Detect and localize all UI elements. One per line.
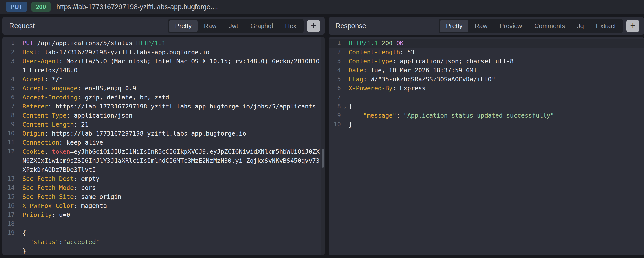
line-number: 6 [2, 93, 15, 102]
plus-icon: + [311, 21, 316, 30]
line-number: 2 [328, 48, 341, 57]
fold-gutter [15, 246, 22, 255]
line-number: 4 [2, 75, 15, 84]
code-line: 13Sec-Fetch-Dest: empty [2, 174, 325, 183]
line-number: 5 [328, 75, 341, 84]
code-text: Referer: https://lab-1773167297198-yzift… [22, 102, 316, 111]
tab-jwt[interactable]: Jwt [222, 20, 244, 32]
line-number: 14 [2, 183, 15, 192]
fold-gutter [15, 237, 22, 246]
line-number [2, 66, 15, 75]
plus-icon: + [630, 21, 636, 30]
code-text: { [22, 228, 26, 237]
response-editor[interactable]: 1HTTP/1.1 200 OK2Content-Length: 533Cont… [328, 37, 644, 255]
code-line: 5Etag: W/"35-okzhqSRaZSSz30SaA0CvDa/iLt0… [328, 75, 644, 84]
response-code-lines: 1HTTP/1.1 200 OK2Content-Length: 533Cont… [328, 39, 644, 129]
tab-comments[interactable]: Comments [528, 20, 571, 32]
code-text: N0ZXIxIiwicm9sZSI6InJlY3J1aXRlciIsImlhdC… [22, 156, 320, 165]
request-code-lines: 1PUT /api/applications/5/status HTTP/1.1… [2, 39, 325, 255]
response-header-actions: PrettyRawPreviewCommentsJqExtract + [438, 19, 639, 33]
fold-gutter [341, 84, 348, 93]
code-text: User-Agent: Mozilla/5.0 (Macintosh; Inte… [22, 57, 320, 66]
code-line: 10} [328, 120, 644, 129]
fold-gutter [15, 66, 22, 75]
fold-gutter [341, 48, 348, 57]
code-line: 2Host: lab-1773167297198-yziftl.labs-app… [2, 48, 325, 57]
tab-graphql[interactable]: Graphql [244, 20, 279, 32]
line-number [2, 246, 15, 255]
code-text: Accept-Language: en-US,en;q=0.9 [22, 84, 136, 93]
code-line: XPzkDrAQDz7BDe3TlvtI [2, 165, 325, 174]
fold-toggle-icon[interactable]: ⌄ [341, 102, 348, 111]
line-number: 12 [2, 147, 15, 156]
line-number: 19 [2, 228, 15, 237]
code-text: XPzkDrAQDz7BDe3TlvtI [22, 165, 96, 174]
fold-gutter [15, 147, 22, 156]
code-line: 9Content-Length: 21 [2, 120, 325, 129]
code-line: 3User-Agent: Mozilla/5.0 (Macintosh; Int… [2, 57, 325, 66]
request-header-actions: PrettyRawJwtGraphqlHex + [168, 19, 320, 33]
fold-gutter [15, 219, 22, 228]
tab-pretty[interactable]: Pretty [169, 20, 198, 32]
code-line: 6Accept-Encoding: gzip, deflate, br, zst… [2, 93, 325, 102]
code-text: X-Powered-By: Express [348, 84, 426, 93]
fold-gutter [15, 84, 22, 93]
code-text: Etag: W/"35-okzhqSRaZSSz30SaA0CvDa/iLt0" [348, 75, 495, 84]
code-line: 5Accept-Language: en-US,en;q=0.9 [2, 84, 325, 93]
code-line: 6X-Powered-By: Express [328, 84, 644, 93]
request-add-view-button[interactable]: + [307, 20, 320, 32]
code-text: Priority: u=0 [22, 210, 70, 219]
tab-pretty[interactable]: Pretty [440, 20, 468, 32]
fold-gutter [341, 66, 348, 75]
fold-gutter [15, 129, 22, 138]
code-text: } [22, 246, 26, 255]
code-line: 7Referer: https://lab-1773167297198-yzif… [2, 102, 325, 111]
line-number: 7 [2, 102, 15, 111]
code-text: PUT /api/applications/5/status HTTP/1.1 [22, 39, 166, 48]
response-add-view-button[interactable]: + [626, 20, 639, 32]
code-line: 4Date: Tue, 10 Mar 2026 18:37:59 GMT [328, 66, 644, 75]
request-panel-title: Request [9, 22, 34, 30]
request-summary-bar: PUT 200 https://lab-1773167297198-yziftl… [0, 0, 644, 14]
fold-gutter [15, 111, 22, 120]
vertical-scrollbar-thumb[interactable] [322, 149, 324, 168]
code-text: Content-Length: 21 [22, 120, 88, 129]
request-editor[interactable]: 1PUT /api/applications/5/status HTTP/1.1… [2, 37, 325, 255]
tab-preview[interactable]: Preview [493, 20, 528, 32]
code-line: 4Accept: */* [2, 75, 325, 84]
line-number: 8 [2, 111, 15, 120]
line-number: 1 [328, 39, 341, 48]
code-line: 3Content-Type: application/json; charset… [328, 57, 644, 66]
line-number: 11 [2, 138, 15, 147]
code-line: 1PUT /api/applications/5/status HTTP/1.1 [2, 39, 325, 48]
line-number: 18 [2, 219, 15, 228]
code-text: Date: Tue, 10 Mar 2026 18:37:59 GMT [348, 66, 477, 75]
fold-gutter [15, 210, 22, 219]
fold-gutter [15, 201, 22, 210]
code-text: Origin: https://lab-1773167297198-yziftl… [22, 129, 246, 138]
line-number: 3 [2, 57, 15, 66]
code-line: 1HTTP/1.1 200 OK [328, 39, 644, 48]
fold-gutter [15, 57, 22, 66]
code-text: X-PwnFox-Color: magenta [22, 201, 107, 210]
tab-jq[interactable]: Jq [571, 20, 590, 32]
code-line: 18 [2, 219, 325, 228]
tab-raw[interactable]: Raw [198, 20, 222, 32]
line-number: 2 [2, 48, 15, 57]
code-line: 7 [328, 93, 644, 102]
line-number: 8 [328, 102, 341, 111]
fold-gutter [15, 120, 22, 129]
status-code-badge: 200 [32, 2, 51, 12]
code-text: Host: lab-1773167297198-yziftl.labs-app.… [22, 48, 210, 57]
code-line: 9 "message": "Application status updated… [328, 111, 644, 120]
response-panel-header: Response PrettyRawPreviewCommentsJqExtra… [328, 17, 644, 35]
tab-extract[interactable]: Extract [590, 20, 622, 32]
request-tabs: PrettyRawJwtGraphqlHex [168, 19, 304, 33]
fold-gutter [15, 48, 22, 57]
code-line: 2Content-Length: 53 [328, 48, 644, 57]
tab-hex[interactable]: Hex [279, 20, 302, 32]
code-text: { [348, 102, 352, 111]
tab-raw[interactable]: Raw [468, 20, 493, 32]
line-number: 9 [2, 120, 15, 129]
line-number: 16 [2, 201, 15, 210]
